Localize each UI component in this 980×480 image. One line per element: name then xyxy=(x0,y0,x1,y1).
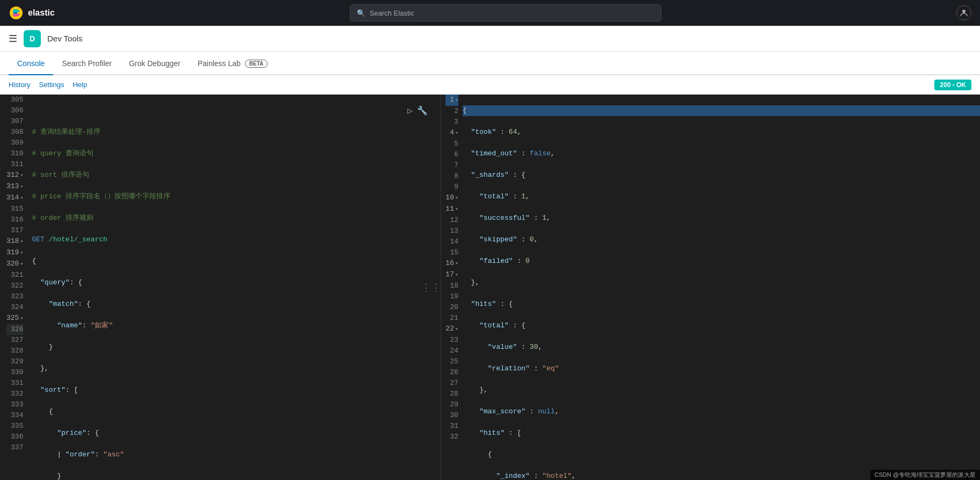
search-placeholder: Search Elastic xyxy=(370,9,414,17)
app-badge: D xyxy=(24,30,41,47)
second-bar: ☰ D Dev Tools xyxy=(0,26,980,52)
run-icon[interactable]: ▷ xyxy=(407,105,413,116)
response-panel: 1▾ 2 3 4▾ 5 6 7 8 9 10▾ 11▾ 12 13 14 15 … xyxy=(441,95,980,480)
response-content[interactable]: 1▾ 2 3 4▾ 5 6 7 8 9 10▾ 11▾ 12 13 14 15 … xyxy=(441,95,980,480)
editor-content[interactable]: 305 306 307 308 309 310 311 312▾ 313▾ 31… xyxy=(0,95,441,480)
history-button[interactable]: History xyxy=(9,81,30,89)
help-button[interactable]: Help xyxy=(73,81,87,89)
toolbar: History Settings Help 200 - OK xyxy=(0,75,980,95)
tab-console[interactable]: Console xyxy=(9,53,53,75)
user-avatar[interactable] xyxy=(956,5,971,20)
response-line-numbers: 1▾ 2 3 4▾ 5 6 7 8 9 10▾ 11▾ 12 13 14 15 … xyxy=(441,95,463,480)
tab-painless-lab[interactable]: Painless Lab BETA xyxy=(189,53,277,75)
search-icon: 🔍 xyxy=(357,9,365,17)
svg-point-1 xyxy=(962,10,965,13)
search-bar-wrapper: 🔍 Search Elastic xyxy=(63,4,948,22)
main-content: 305 306 307 308 309 310 311 312▾ 313▾ 31… xyxy=(0,95,980,480)
search-bar[interactable]: 🔍 Search Elastic xyxy=(350,4,661,22)
top-bar-right xyxy=(956,5,971,20)
response-code: { "took" : 64, "timed_out" : false, "_sh… xyxy=(463,95,980,480)
elastic-logo-icon xyxy=(9,5,24,20)
editor-actions: ▷ 🔧 xyxy=(407,105,428,116)
beta-badge: BETA xyxy=(245,60,268,68)
editor-code[interactable]: # 查询结果处理-排序 # query 查询语句 # sort 排序语句 # p… xyxy=(27,95,441,480)
elastic-logo[interactable]: elastic xyxy=(9,5,55,20)
editor-panel: 305 306 307 308 309 310 311 312▾ 313▾ 31… xyxy=(0,95,441,480)
logo-text: elastic xyxy=(28,8,55,18)
status-badge: 200 - OK xyxy=(934,80,971,90)
tab-search-profiler[interactable]: Search Profiler xyxy=(53,53,120,75)
drag-handle[interactable]: ⋮⋮ xyxy=(421,282,441,293)
top-bar: elastic 🔍 Search Elastic xyxy=(0,0,980,26)
tab-grok-debugger[interactable]: Grok Debugger xyxy=(120,53,189,75)
attribution: CSDN @专吃海绵宝宝菠萝屋的派大星 xyxy=(870,470,980,480)
editor-line-numbers: 305 306 307 308 309 310 311 312▾ 313▾ 31… xyxy=(0,95,27,480)
inspect-icon[interactable]: 🔧 xyxy=(417,105,428,116)
app-title: Dev Tools xyxy=(47,34,83,43)
tabs-bar: Console Search Profiler Grok Debugger Pa… xyxy=(0,52,980,75)
hamburger-icon[interactable]: ☰ xyxy=(9,33,17,45)
settings-button[interactable]: Settings xyxy=(39,81,64,89)
